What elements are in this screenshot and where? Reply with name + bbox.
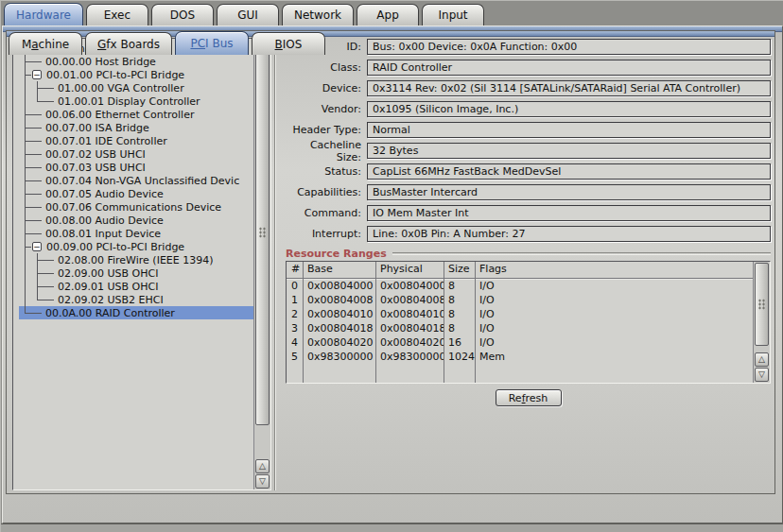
- tree-guide-line: [19, 280, 31, 293]
- tree-guide-line: [19, 227, 44, 240]
- tree-item-02-08-00-firewire-ieee-1394[interactable]: 02.08.00 FireWire (IEEE 1394): [19, 253, 253, 266]
- tab-input[interactable]: Input: [422, 4, 484, 26]
- tree-item-00-01-00-pci-to-pci-bridge[interactable]: −00.01.00 PCI-to-PCI Bridge: [19, 68, 253, 81]
- resource-row-1[interactable]: 10x008040080x008040088I/O: [287, 293, 753, 307]
- pci-tool-window: HardwareExecDOSGUINetworkAppInput Machin…: [0, 0, 783, 532]
- tab-network[interactable]: Network: [282, 4, 354, 26]
- field-value-class[interactable]: RAID Controller: [367, 60, 771, 76]
- scrollbar-thumb[interactable]: [255, 40, 270, 425]
- tab-gui[interactable]: GUI: [217, 4, 279, 26]
- tree-guide-line: [31, 280, 56, 293]
- tree-item-00-08-01-input-device[interactable]: 00.08.01 Input Device: [19, 227, 253, 240]
- tree-item-label: 00.06.00 Ethernet Controller: [44, 109, 194, 121]
- resource-row-0[interactable]: 00x008040000x008040008I/O: [287, 279, 753, 293]
- tree-guide-line: [19, 94, 31, 108]
- tree-guide-line: [19, 174, 44, 187]
- scrollbar-thumb[interactable]: [755, 263, 769, 346]
- field-value-header-type[interactable]: Normal: [367, 122, 771, 138]
- tree-item-00-07-02-usb-uhci[interactable]: 00.07.02 USB UHCI: [19, 147, 253, 161]
- tab-hardware[interactable]: Hardware: [4, 3, 83, 26]
- resource-row-5[interactable]: 50x983000000x983000001024Mem: [287, 350, 753, 364]
- resource-ranges-group: Resource Ranges #BasePhysicalSizeFlags 0…: [286, 248, 771, 384]
- tree-item-label: 00.07.04 Non-VGA Unclassified Devic: [44, 175, 239, 187]
- table-scrollbar[interactable]: △ ▽: [753, 262, 770, 383]
- tree-item-01-00-01-display-controller[interactable]: 01.00.01 Display Controller: [19, 94, 253, 108]
- field-row-class: Class:RAID Controller: [286, 60, 771, 76]
- tree-item-00-06-00-ethernet-controller[interactable]: 00.06.00 Ethernet Controller: [19, 108, 253, 121]
- field-row-vendor: Vendor:0x1095 (Silicon Image, Inc.): [286, 101, 771, 117]
- tree-guide-line: [19, 68, 31, 81]
- scroll-up-button[interactable]: △: [255, 459, 270, 473]
- field-row-cacheline-size: Cacheline Size:32 Bytes: [286, 143, 771, 159]
- tab-machine[interactable]: Machine: [9, 32, 82, 55]
- field-value-cacheline-size[interactable]: 32 Bytes: [367, 143, 771, 159]
- arrow-down-icon: ▽: [259, 477, 266, 486]
- field-value-id[interactable]: Bus: 0x00 Device: 0x0A Function: 0x00: [367, 39, 771, 55]
- device-fields: ID:Bus: 0x00 Device: 0x0A Function: 0x00…: [286, 39, 771, 247]
- tree-guide-line: [19, 306, 44, 319]
- resource-cell: I/O: [476, 279, 753, 293]
- tree-guide-line: [19, 266, 31, 280]
- tree-scrollbar[interactable]: △ ▽: [253, 39, 270, 489]
- resource-cell: 1024: [444, 350, 476, 364]
- scroll-down-button[interactable]: ▽: [755, 368, 769, 382]
- panel-splitter[interactable]: [271, 38, 280, 490]
- tree-item-00-00-00-host-bridge[interactable]: 00.00.00 Host Bridge: [19, 55, 253, 68]
- tree-item-02-09-01-usb-ohci[interactable]: 02.09.01 USB OHCI: [19, 280, 253, 293]
- field-value-command[interactable]: IO Mem Master Int: [367, 205, 771, 221]
- scrollbar-track[interactable]: [755, 346, 769, 352]
- tree-item-00-07-05-audio-device[interactable]: 00.07.05 Audio Device: [19, 187, 253, 200]
- tree-expander-icon[interactable]: −: [32, 242, 42, 251]
- resource-ranges-grid: #BasePhysicalSizeFlags 00x008040000x0080…: [287, 262, 753, 383]
- field-value-capabilities[interactable]: BusMaster Intercard: [367, 184, 771, 200]
- field-label: Capabilities:: [286, 186, 367, 198]
- tree-expander-icon[interactable]: −: [32, 70, 42, 79]
- tree-item-label: 00.09.00 PCI-to-PCI Bridge: [44, 241, 184, 253]
- tree-item-00-07-03-usb-uhci[interactable]: 00.07.03 USB UHCI: [19, 161, 253, 174]
- tree-item-00-07-01-ide-controller[interactable]: 00.07.01 IDE Controller: [19, 134, 253, 147]
- resource-row-3[interactable]: 30x008040180x008040188I/O: [287, 321, 753, 335]
- field-value-status[interactable]: CapList 66MHz FastBack MedDevSel: [367, 163, 771, 180]
- refresh-label: Re: [509, 392, 522, 404]
- tree-item-00-07-04-non-vga-unclassified-devic[interactable]: 00.07.04 Non-VGA Unclassified Devic: [19, 174, 253, 187]
- resource-row-4[interactable]: 40x008040200x0080402016I/O: [287, 335, 753, 350]
- tree-guide-line: [19, 240, 31, 253]
- refresh-button-row: Refresh: [286, 389, 771, 406]
- resource-cell: 0x00804020: [376, 335, 444, 350]
- empty-cell: [287, 364, 304, 383]
- column-header-: #: [287, 262, 304, 278]
- resource-cell: 0x00804020: [304, 335, 376, 350]
- field-row-id: ID:Bus: 0x00 Device: 0x0A Function: 0x00: [286, 39, 771, 55]
- field-value-interrupt[interactable]: Line: 0x0B Pin: A Number: 27: [367, 226, 771, 242]
- scrollbar-track[interactable]: [255, 425, 270, 458]
- tab-exec[interactable]: Exec: [86, 4, 148, 26]
- tree-item-label: 00.07.03 USB UHCI: [44, 162, 146, 174]
- resource-cell: I/O: [476, 307, 753, 321]
- tree-item-00-08-00-audio-device[interactable]: 00.08.00 Audio Device: [19, 214, 253, 227]
- tree-item-02-09-02-usb2-ehci[interactable]: 02.09.02 USB2 EHCI: [19, 293, 253, 306]
- field-value-vendor[interactable]: 0x1095 (Silicon Image, Inc.): [367, 101, 771, 117]
- tree-item-02-09-00-usb-ohci[interactable]: 02.09.00 USB OHCI: [19, 266, 253, 280]
- scroll-down-button[interactable]: ▽: [255, 474, 270, 489]
- field-value-device[interactable]: 0x3114 Rev: 0x02 (Sil 3114 [SATALink/SAT…: [367, 80, 771, 96]
- tree-item-00-0a-00-raid-controller[interactable]: 00.0A.00 RAID Controller: [19, 306, 253, 319]
- tab-pci-bus[interactable]: PCI Bus: [175, 31, 249, 55]
- tree-item-00-09-00-pci-to-pci-bridge[interactable]: −00.09.00 PCI-to-PCI Bridge: [19, 240, 253, 253]
- resource-cell: 8: [444, 307, 476, 321]
- resource-cell: 0x00804018: [304, 321, 376, 335]
- field-label: Cacheline Size:: [286, 139, 367, 163]
- resource-row-2[interactable]: 20x008040100x008040108I/O: [287, 307, 753, 321]
- empty-cell: [376, 364, 444, 383]
- primary-tab-bar: HardwareExecDOSGUINetworkAppInput: [4, 3, 484, 26]
- scroll-up-button[interactable]: △: [755, 352, 769, 367]
- tree-item-00-07-00-isa-bridge[interactable]: 00.07.00 ISA Bridge: [19, 121, 253, 134]
- tab-app[interactable]: App: [357, 4, 419, 26]
- tree-item-00-07-06-communications-device[interactable]: 00.07.06 Communications Device: [19, 200, 253, 214]
- tab-gfx-boards[interactable]: Gfx Boards: [85, 32, 172, 55]
- refresh-button[interactable]: Refresh: [496, 389, 562, 406]
- tree-item-label: 00.01.00 PCI-to-PCI Bridge: [44, 69, 184, 81]
- tab-bios[interactable]: BIOS: [252, 32, 325, 55]
- tab-dos[interactable]: DOS: [151, 4, 214, 26]
- tree-item-01-00-00-vga-controller[interactable]: 01.00.00 VGA Controller: [19, 81, 253, 94]
- device-tree-listview: −AmigaOne00.00.00 Host Bridge−00.01.00 P…: [12, 38, 271, 490]
